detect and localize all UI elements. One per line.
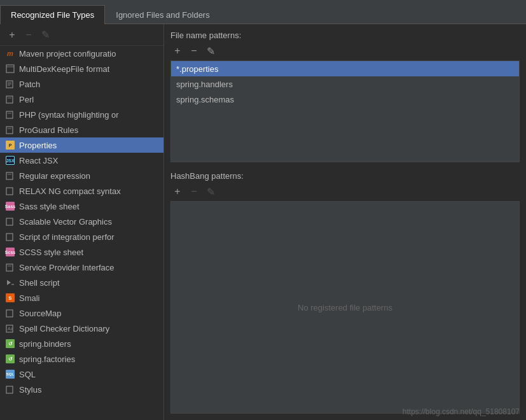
svg-icon — [5, 216, 15, 227]
remove-pattern-button[interactable]: − — [187, 44, 201, 58]
spi-icon — [5, 262, 15, 272]
edit-file-type-button[interactable]: ✎ — [38, 28, 52, 42]
list-item-label: Maven project configuratio — [19, 49, 116, 59]
list-item-label: ProGuard Rules — [19, 125, 78, 135]
list-item-label: Regular expression — [19, 171, 90, 181]
sql-icon: SQL — [5, 369, 15, 379]
relax-icon — [5, 186, 15, 196]
svg-rect-6 — [6, 96, 13, 103]
tab-ignored[interactable]: Ignored Files and Folders — [105, 5, 220, 24]
list-item-scss[interactable]: Scss SCSS style sheet — [0, 244, 163, 260]
right-panel: File name patterns: + − ✎ *.properties s… — [164, 24, 526, 420]
pattern-item[interactable]: *.properties — [171, 61, 519, 76]
list-item-label: Script of integration perfor — [19, 232, 114, 242]
list-item[interactable]: Stylus — [0, 382, 163, 397]
remove-hashbang-button[interactable]: − — [187, 185, 201, 199]
list-item-label: MultiDexKeepFile format — [19, 64, 109, 74]
watermark: https://blog.csdn.net/qq_51808107 — [403, 407, 520, 416]
list-item[interactable]: m Maven project configuratio — [0, 46, 163, 61]
edit-pattern-button[interactable]: ✎ — [204, 44, 218, 58]
multidex-icon — [5, 64, 15, 74]
sass-icon: Sass — [5, 201, 15, 211]
list-item-label: PHP (syntax highlighting or — [19, 110, 119, 120]
add-pattern-button[interactable]: + — [170, 44, 184, 58]
tab-recognized[interactable]: Recognized File Types — [0, 5, 105, 24]
svg-rect-10 — [6, 127, 13, 134]
list-item-label: spring.factories — [19, 354, 75, 364]
svg-rect-17 — [6, 264, 13, 271]
add-hashbang-button[interactable]: + — [170, 185, 184, 199]
spring-binders-icon: ↺ — [5, 339, 15, 349]
list-item[interactable]: SourceMap — [0, 305, 163, 321]
list-item-spring-factories[interactable]: ↺ spring.factories — [0, 351, 163, 367]
list-item-label: Patch — [19, 80, 40, 89]
properties-icon: P — [5, 140, 15, 150]
list-item-label: Stylus — [19, 385, 41, 395]
list-item[interactable]: Script of integration perfor — [0, 229, 163, 244]
file-type-list: m Maven project configuratio MultiDexKee… — [0, 46, 163, 420]
svg-marker-19 — [7, 280, 11, 285]
react-jsx-icon: JSX — [5, 155, 15, 165]
svg-rect-14 — [6, 188, 13, 195]
list-item[interactable]: ProGuard Rules — [0, 122, 163, 137]
list-item[interactable]: SQL SQL — [0, 367, 163, 382]
list-item-sass[interactable]: Sass Sass style sheet — [0, 199, 163, 214]
smali-icon: S — [5, 293, 15, 303]
svg-rect-15 — [6, 218, 13, 225]
spring-factories-icon: ↺ — [5, 354, 15, 364]
list-item[interactable]: PHP (syntax highlighting or — [0, 107, 163, 122]
maven-icon: m — [5, 48, 15, 59]
spell-icon: Az — [5, 323, 15, 333]
hashbang-pattern-list: No registered file patterns — [170, 201, 520, 414]
list-item-label: SourceMap — [19, 309, 61, 318]
list-item[interactable]: JSX React JSX — [0, 153, 163, 168]
list-item-spi[interactable]: Service Provider Interface — [0, 260, 163, 275]
edit-hashbang-button[interactable]: ✎ — [204, 185, 218, 199]
patterns-toolbar: + − ✎ — [170, 44, 520, 58]
list-item[interactable]: Shell script — [0, 275, 163, 290]
file-name-pattern-list: *.properties spring.handlers spring.sche… — [170, 60, 520, 162]
list-item-label: SCSS style sheet — [19, 248, 83, 257]
shell-icon — [5, 277, 15, 288]
svg-rect-8 — [6, 111, 13, 118]
list-item[interactable]: Regular expression — [0, 168, 163, 183]
svg-text:Az: Az — [8, 326, 13, 331]
scss-icon: Scss — [5, 247, 15, 257]
left-toolbar: + − ✎ — [0, 24, 163, 46]
list-item-label: spring.binders — [19, 339, 71, 349]
list-item[interactable]: Patch — [0, 76, 163, 92]
list-item-label: SQL — [19, 370, 36, 379]
tab-bar: Recognized File Types Ignored Files and … — [0, 0, 526, 24]
hashbang-toolbar: + − ✎ — [170, 185, 520, 199]
list-item[interactable]: Perl — [0, 92, 163, 107]
svg-rect-16 — [6, 234, 13, 241]
pattern-item[interactable]: spring.handlers — [171, 76, 519, 92]
stylus-icon — [5, 384, 15, 395]
list-item-properties[interactable]: P Properties — [0, 137, 163, 153]
list-item-label: Spell Checker Dictionary — [19, 324, 109, 333]
sourcemap-icon — [5, 308, 15, 318]
list-item[interactable]: RELAX NG compact syntax — [0, 183, 163, 199]
add-file-type-button[interactable]: + — [5, 28, 19, 42]
list-item-label: Sass style sheet — [19, 202, 80, 211]
svg-rect-21 — [6, 310, 13, 317]
proguard-icon — [5, 125, 15, 135]
hashbang-patterns-label: HashBang patterns: — [170, 171, 520, 181]
list-item[interactable]: ↺ spring.binders — [0, 336, 163, 351]
list-item-spell[interactable]: Az Spell Checker Dictionary — [0, 321, 163, 336]
list-item-label: Properties — [19, 141, 57, 150]
perl-icon — [5, 94, 15, 104]
svg-rect-24 — [6, 386, 13, 393]
patch-icon — [5, 79, 15, 89]
list-item[interactable]: MultiDexKeepFile format — [0, 61, 163, 76]
list-item-label: React JSX — [19, 156, 58, 165]
list-item[interactable]: S Smali — [0, 290, 163, 305]
list-item-label: Perl — [19, 95, 34, 104]
list-item[interactable]: Scalable Vector Graphics — [0, 214, 163, 229]
pattern-item[interactable]: spring.schemas — [171, 92, 519, 107]
list-item-label: Smali — [19, 293, 40, 303]
regex-icon — [5, 171, 15, 181]
remove-file-type-button[interactable]: − — [22, 28, 36, 42]
no-patterns-label: No registered file patterns — [298, 303, 392, 312]
file-name-patterns-label: File name patterns: — [170, 31, 520, 40]
